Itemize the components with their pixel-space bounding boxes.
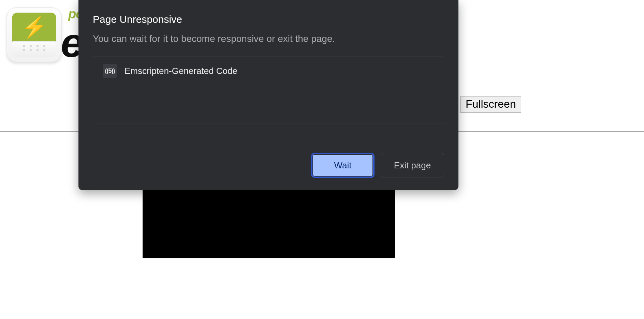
- dialog-button-row: Wait Exit page: [93, 138, 444, 178]
- wait-button[interactable]: Wait: [311, 153, 375, 178]
- logo-top-panel: ⚡: [12, 13, 56, 42]
- page-favicon-icon: ((5)): [103, 64, 117, 78]
- page-root: ⚡ po e Fullscreen Page Unresponsive You …: [0, 0, 644, 319]
- unresponsive-page-list: ((5)) Emscripten-Generated Code: [93, 57, 444, 123]
- emscripten-logo: ⚡: [7, 7, 61, 62]
- fullscreen-button[interactable]: Fullscreen: [460, 96, 521, 113]
- lightning-icon: ⚡: [21, 17, 47, 37]
- exit-page-button[interactable]: Exit page: [381, 153, 444, 178]
- page-unresponsive-dialog: Page Unresponsive You can wait for it to…: [78, 0, 458, 190]
- logo-bottom-panel: [12, 41, 56, 57]
- dialog-message: You can wait for it to become responsive…: [93, 33, 444, 44]
- unresponsive-page-title: Emscripten-Generated Code: [125, 66, 237, 76]
- dialog-title: Page Unresponsive: [93, 14, 444, 25]
